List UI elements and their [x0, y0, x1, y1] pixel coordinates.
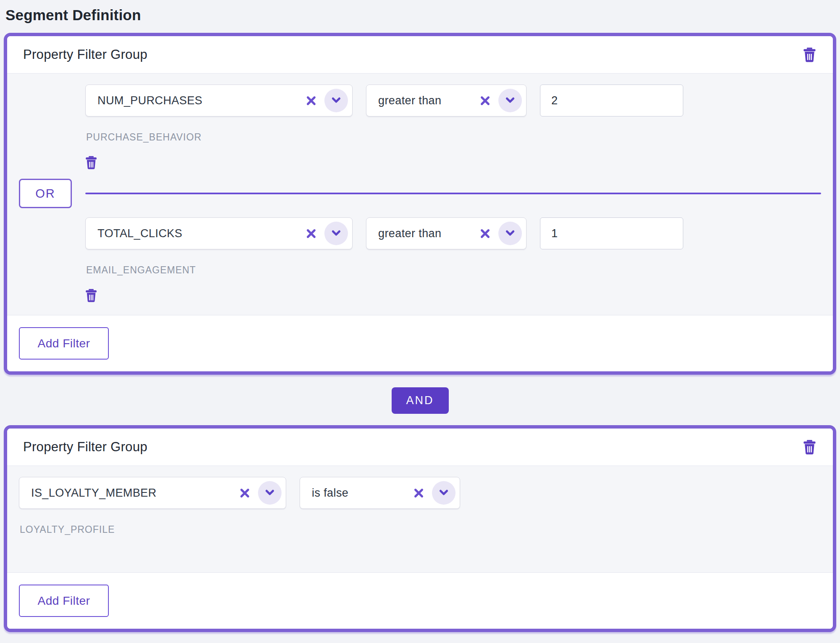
- filter-selects-row: IS_LOYALTY_MEMBER is: [19, 477, 821, 509]
- chevron-down-icon: [331, 95, 342, 107]
- operator-select-value: greater than: [378, 94, 479, 107]
- property-dropdown-toggle[interactable]: [258, 481, 282, 505]
- trash-icon: [85, 164, 97, 171]
- property-select-value: NUM_PURCHASES: [97, 94, 305, 107]
- property-select-value: TOTAL_CLICKS: [97, 227, 305, 240]
- filter-1-selects-row: NUM_PURCHASES greate: [85, 85, 821, 116]
- operator-select[interactable]: greater than: [366, 217, 527, 249]
- trash-icon: [803, 450, 816, 456]
- chevron-down-icon: [505, 228, 516, 240]
- clear-operator-button[interactable]: [479, 95, 491, 106]
- group-1-footer: Add Filter: [7, 315, 833, 371]
- trash-icon: [803, 57, 816, 64]
- delete-filter-button[interactable]: [85, 288, 97, 302]
- filter-2-selects-row: TOTAL_CLICKS greater: [85, 217, 821, 249]
- and-connector-button[interactable]: AND: [392, 387, 449, 414]
- or-connector-row: OR: [19, 179, 821, 208]
- property-select[interactable]: TOTAL_CLICKS: [85, 217, 353, 249]
- x-icon: [479, 234, 491, 241]
- clear-property-button[interactable]: [305, 228, 317, 239]
- property-category-label: PURCHASE_BEHAVIOR: [86, 132, 821, 143]
- trash-icon: [85, 297, 97, 304]
- property-select[interactable]: IS_LOYALTY_MEMBER: [19, 477, 286, 509]
- operator-select[interactable]: is false: [300, 477, 460, 509]
- chevron-down-icon: [505, 95, 516, 107]
- property-dropdown-toggle[interactable]: [324, 89, 348, 112]
- clear-property-button[interactable]: [239, 487, 250, 499]
- operator-dropdown-toggle[interactable]: [432, 481, 456, 505]
- chevron-down-icon: [264, 487, 275, 499]
- property-select[interactable]: NUM_PURCHASES: [85, 85, 353, 116]
- group-2-title: Property Filter Group: [23, 439, 147, 455]
- property-filter-group-1: Property Filter Group NUM_PURCHASES: [4, 33, 836, 375]
- group-1-header: Property Filter Group: [7, 36, 833, 74]
- group-1-title: Property Filter Group: [23, 47, 147, 62]
- property-category-label: LOYALTY_PROFILE: [20, 524, 821, 535]
- add-filter-button[interactable]: Add Filter: [19, 585, 109, 617]
- x-icon: [305, 101, 317, 108]
- operator-select-value: is false: [312, 487, 413, 500]
- filter-row-num-purchases: NUM_PURCHASES greate: [85, 85, 821, 171]
- x-icon: [305, 234, 317, 241]
- group-2-body: IS_LOYALTY_MEMBER is: [7, 466, 833, 573]
- group-1-body: NUM_PURCHASES greate: [7, 74, 833, 315]
- group-2-footer: Add Filter: [7, 573, 833, 629]
- or-connector-button[interactable]: OR: [19, 179, 72, 208]
- chevron-down-icon: [331, 228, 342, 240]
- page-title: Segment Definition: [5, 7, 836, 24]
- group-connector-row: AND: [4, 387, 836, 414]
- x-icon: [239, 494, 250, 500]
- chevron-down-icon: [438, 487, 449, 499]
- operator-select[interactable]: greater than: [366, 85, 527, 116]
- group-2-header: Property Filter Group: [7, 429, 833, 466]
- delete-filter-button[interactable]: [85, 156, 97, 169]
- add-filter-button[interactable]: Add Filter: [19, 327, 109, 360]
- group-2-delete-button[interactable]: [803, 439, 816, 455]
- filter-row-total-clicks: TOTAL_CLICKS greater: [85, 217, 821, 304]
- property-filter-group-2: Property Filter Group IS_LOYALTY_MEMB: [4, 425, 836, 632]
- property-select-value: IS_LOYALTY_MEMBER: [31, 487, 239, 500]
- filter-value-input[interactable]: [540, 217, 683, 249]
- operator-select-value: greater than: [378, 227, 479, 240]
- clear-property-button[interactable]: [305, 95, 317, 106]
- segment-definition-page: Segment Definition Property Filter Group: [0, 0, 840, 643]
- filter-value-input[interactable]: [540, 85, 683, 116]
- clear-operator-button[interactable]: [479, 228, 491, 239]
- operator-dropdown-toggle[interactable]: [498, 89, 522, 112]
- group-1-delete-button[interactable]: [803, 47, 816, 62]
- filter-row-is-loyalty-member: IS_LOYALTY_MEMBER is: [19, 477, 821, 535]
- property-dropdown-toggle[interactable]: [324, 222, 348, 245]
- clear-operator-button[interactable]: [413, 487, 424, 499]
- operator-dropdown-toggle[interactable]: [498, 222, 522, 245]
- or-divider-line: [85, 193, 821, 194]
- property-category-label: EMAIL_ENGAGEMENT: [86, 265, 821, 276]
- x-icon: [479, 101, 491, 108]
- x-icon: [413, 494, 424, 500]
